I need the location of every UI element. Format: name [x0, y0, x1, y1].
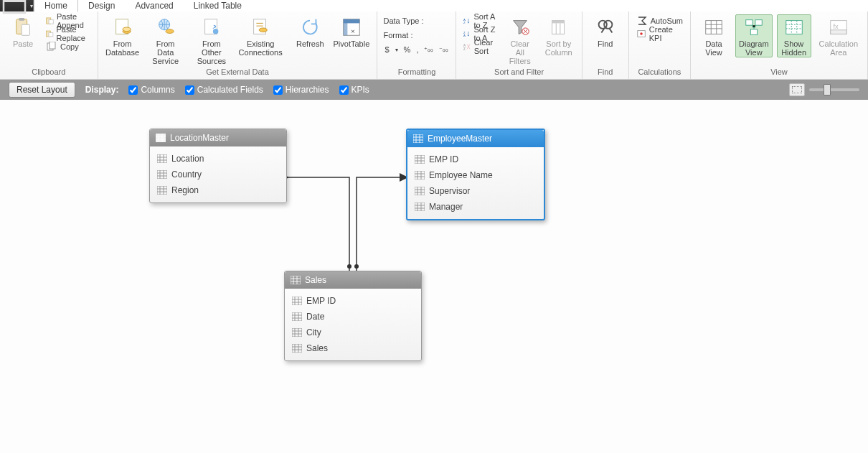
table-sales[interactable]: Sales EMP ID Date City Sales	[284, 271, 422, 361]
create-kpi-label: Create KPI	[649, 25, 683, 42]
table-header[interactable]: Sales	[285, 271, 421, 289]
table-title: LocationMaster	[170, 133, 229, 143]
calculation-area-button[interactable]: fx CalculationArea	[816, 14, 862, 57]
tab-design[interactable]: Design	[78, 0, 125, 11]
column-city[interactable]: City	[289, 325, 417, 340]
svg-point-45	[354, 264, 359, 269]
svg-point-44	[347, 264, 352, 269]
group-formatting-label: Formatting	[383, 67, 450, 78]
group-get-external-data: FromDatabase From DataService From Other…	[98, 11, 378, 79]
find-button[interactable]: Find	[588, 14, 623, 49]
refresh-button[interactable]: Refresh	[293, 14, 327, 49]
svg-rect-40	[786, 21, 802, 34]
svg-point-17	[213, 29, 219, 34]
pivottable-button[interactable]: PivotTable	[331, 14, 371, 49]
decrease-decimal-button[interactable]: ⁻₀₀	[438, 46, 450, 53]
fit-to-screen-button[interactable]	[789, 83, 805, 96]
autosum-label: AutoSum	[651, 17, 683, 25]
comma-format-button[interactable]: ,	[415, 45, 420, 54]
currency-format-button[interactable]: $	[383, 45, 390, 54]
data-view-label: DataView	[705, 39, 722, 57]
column-emp-id[interactable]: EMP ID	[289, 293, 417, 309]
diagram-canvas[interactable]: LocationMaster Location Country Region E…	[0, 100, 868, 453]
show-hidden-button[interactable]: ShowHidden	[777, 14, 811, 57]
paste-replace-button[interactable]: Paste Replace	[44, 27, 92, 40]
from-data-service-button[interactable]: From DataService	[146, 14, 186, 66]
svg-rect-54	[415, 202, 425, 211]
copy-button[interactable]: Copy	[44, 40, 92, 53]
zoom-slider[interactable]	[809, 88, 859, 91]
svg-rect-6	[49, 20, 53, 24]
tab-linked-table[interactable]: Linked Table	[184, 0, 252, 11]
column-employee-name[interactable]: Employee Name	[412, 167, 539, 183]
from-other-sources-button[interactable]: From OtherSources	[190, 14, 233, 66]
svg-text:A: A	[463, 34, 466, 37]
find-label: Find	[598, 39, 613, 48]
tab-advanced[interactable]: Advanced	[125, 0, 183, 11]
column-region[interactable]: Region	[154, 182, 282, 198]
svg-rect-52	[415, 171, 425, 180]
paste-button[interactable]: Paste	[6, 14, 40, 49]
group-view-label: View	[697, 67, 862, 78]
clear-sort-button[interactable]: AZClear Sort	[462, 40, 498, 53]
diagram-view-label: DiagramView	[739, 39, 769, 57]
svg-rect-36	[706, 21, 722, 34]
svg-rect-22	[344, 19, 348, 36]
pivottable-label: PivotTable	[334, 39, 370, 48]
table-icon	[291, 276, 301, 284]
existing-connections-button[interactable]: ExistingConnections	[237, 14, 283, 57]
increase-decimal-button[interactable]: ⁺₀₀	[423, 46, 435, 53]
create-kpi-button[interactable]: Create KPI	[635, 27, 684, 40]
reset-layout-button[interactable]: Reset Layout	[9, 82, 75, 98]
svg-point-15	[166, 29, 174, 34]
data-type-label[interactable]: Data Type :	[383, 14, 450, 27]
group-calculations-label: Calculations	[635, 67, 684, 78]
svg-text:fx: fx	[833, 23, 839, 30]
svg-rect-48	[157, 170, 167, 179]
format-label[interactable]: Format :	[383, 29, 450, 42]
diagram-view-button[interactable]: DiagramView	[735, 14, 773, 57]
from-data-service-label: From DataService	[149, 39, 182, 65]
svg-point-13	[123, 27, 131, 32]
hierarchies-checkbox[interactable]: Hierarchies	[273, 85, 329, 95]
group-find: Find Find	[582, 11, 629, 79]
column-manager[interactable]: Manager	[412, 199, 539, 215]
kpis-checkbox[interactable]: KPIs	[339, 85, 369, 95]
table-locationmaster[interactable]: LocationMaster Location Country Region	[149, 129, 287, 203]
table-employeemaster[interactable]: EmployeeMaster EMP ID Employee Name Supe…	[406, 129, 545, 220]
svg-rect-56	[292, 297, 302, 305]
from-database-button[interactable]: FromDatabase	[104, 14, 141, 57]
table-title: EmployeeMaster	[428, 134, 492, 144]
column-location[interactable]: Location	[154, 151, 282, 167]
table-header[interactable]: EmployeeMaster	[407, 130, 544, 147]
column-country[interactable]: Country	[154, 167, 282, 182]
clear-all-filters-button[interactable]: Clear AllFilters	[503, 14, 537, 66]
group-calculations: AutoSum Create KPI Calculations	[629, 11, 691, 79]
data-view-button[interactable]: DataView	[697, 14, 731, 57]
group-clipboard: Paste Paste Append Paste Replace Copy Cl…	[0, 11, 98, 79]
percent-format-button[interactable]: %	[402, 45, 412, 54]
group-view: DataView DiagramView ShowHidden fx Calcu…	[691, 11, 868, 79]
group-sort-filter: AZSort A to Z ZASort Z to A AZClear Sort…	[456, 11, 582, 79]
copy-label: Copy	[60, 42, 79, 51]
column-sales[interactable]: Sales	[289, 340, 417, 356]
svg-rect-38	[755, 20, 762, 26]
column-date[interactable]: Date	[289, 309, 417, 325]
table-icon	[413, 134, 423, 143]
tab-home[interactable]: Home	[34, 0, 78, 12]
sort-by-column-label: Sort byColumn	[545, 39, 572, 57]
menu-tabs: ▾ Home Design Advanced Linked Table	[0, 0, 868, 11]
app-menu-icon[interactable]: ▾	[0, 0, 34, 11]
sort-by-column-button[interactable]: Sort byColumn	[542, 14, 576, 57]
svg-rect-58	[292, 328, 302, 337]
column-emp-id[interactable]: EMP ID	[412, 152, 539, 167]
display-label: Display:	[85, 85, 119, 95]
columns-checkbox[interactable]: Columns	[128, 85, 174, 95]
refresh-label: Refresh	[296, 39, 324, 48]
svg-rect-53	[415, 187, 425, 195]
column-supervisor[interactable]: Supervisor	[412, 183, 539, 199]
ribbon: Paste Paste Append Paste Replace Copy Cl…	[0, 11, 868, 80]
svg-point-19	[259, 28, 267, 32]
calculated-fields-checkbox[interactable]: Calculated Fields	[185, 85, 263, 95]
table-header[interactable]: LocationMaster	[150, 129, 286, 146]
